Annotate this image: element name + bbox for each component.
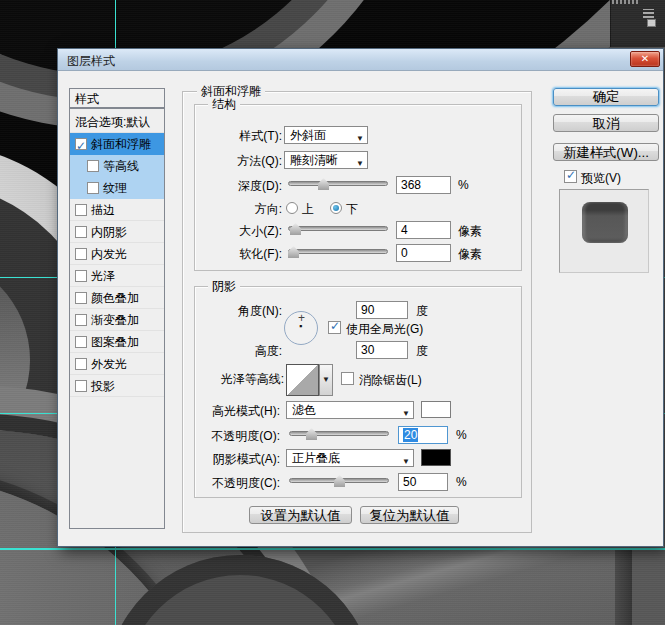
new-style-button[interactable]: 新建样式(W)... [553,143,659,161]
depth-slider-track[interactable] [288,181,388,186]
styles-item-contour[interactable]: 等高线 [70,155,164,177]
styles-item-gradient-overlay[interactable]: 渐变叠加 [70,309,164,331]
color-overlay-checkbox[interactable] [75,292,87,304]
shadow-opacity-input[interactable]: 50 [398,473,448,491]
depth-slider[interactable] [288,177,388,190]
shadow-mode-label: 阴影模式(A): [186,451,280,468]
styles-item-label: 投影 [91,379,115,393]
layer-style-dialog: 图层样式 ✕ 样式 混合选项:默认 ✓斜面和浮雕 等高线 纹理 描边 内阴影 内… [57,48,664,547]
horizontal-guide-3[interactable] [0,548,665,550]
reset-default-button[interactable]: 复位为默认值 [360,506,459,524]
pattern-overlay-checkbox[interactable] [75,336,87,348]
styles-item-label: 描边 [91,203,115,217]
gloss-contour-thumbnail[interactable] [286,364,319,396]
contour-checkbox[interactable] [87,160,99,172]
preview-checkbox[interactable]: ✓ [564,170,577,183]
drop-shadow-checkbox[interactable] [75,380,87,392]
angle-unit: 度 [416,303,428,320]
angle-dial[interactable]: + ▪ [284,311,318,345]
shadow-mode-dropdown[interactable]: 正片叠底 ▼ [286,449,414,467]
check-icon: ✓ [76,135,86,157]
altitude-input[interactable]: 30 [356,341,408,359]
shadow-color-swatch[interactable] [421,449,451,466]
styles-item-label: 纹理 [103,181,127,195]
styles-item-blending-options[interactable]: 混合选项:默认 [70,111,164,133]
ok-button[interactable]: 确定 [553,88,659,106]
soften-slider-thumb[interactable] [288,246,299,258]
styles-item-color-overlay[interactable]: 颜色叠加 [70,287,164,309]
dialog-titlebar[interactable]: 图层样式 ✕ [58,49,663,71]
highlight-opacity-label: 不透明度(O): [186,428,280,445]
highlight-mode-dropdown[interactable]: 滤色 ▼ [286,401,414,419]
highlight-color-swatch[interactable] [421,401,451,418]
texture-checkbox[interactable] [87,182,99,194]
soften-value: 0 [401,246,408,260]
anti-alias-checkbox[interactable] [341,372,354,385]
direction-label: 方向: [188,201,282,218]
cancel-button[interactable]: 取消 [553,114,659,132]
gloss-contour-arrow[interactable]: ▼ [319,364,333,396]
bevel-emboss-checkbox[interactable]: ✓ [75,138,87,150]
soften-input[interactable]: 0 [396,244,451,262]
size-slider-thumb[interactable] [290,223,301,235]
shading-group-title: 阴影 [208,279,240,293]
highlight-opacity-slider[interactable] [289,427,389,440]
make-default-button[interactable]: 设置为默认值 [249,506,352,524]
photoshop-canvas-screen: 图层样式 ✕ 样式 混合选项:默认 ✓斜面和浮雕 等高线 纹理 描边 内阴影 内… [0,0,665,625]
soften-slider-track[interactable] [288,249,388,254]
highlight-opacity-track[interactable] [289,431,389,436]
styles-item-texture[interactable]: 纹理 [70,177,164,199]
inner-glow-checkbox[interactable] [75,248,87,260]
styles-item-outer-glow[interactable]: 外发光 [70,353,164,375]
depth-unit: % [458,178,469,192]
shadow-opacity-slider[interactable] [289,474,389,487]
size-label: 大小(Z): [188,223,282,240]
styles-item-label: 光泽 [91,269,115,283]
styles-item-bevel-emboss[interactable]: ✓斜面和浮雕 [70,133,164,155]
styles-item-drop-shadow[interactable]: 投影 [70,375,164,397]
highlight-opacity-input[interactable]: 20 [398,426,448,444]
gradient-overlay-checkbox[interactable] [75,314,87,326]
styles-item-label: 内发光 [91,247,127,261]
dropdown-arrow-icon: ▼ [402,454,410,470]
styles-item-inner-shadow[interactable]: 内阴影 [70,221,164,243]
dialog-body: 样式 混合选项:默认 ✓斜面和浮雕 等高线 纹理 描边 内阴影 内发光 光泽 颜… [58,71,663,546]
gloss-contour-label: 光泽等高线: [188,371,284,388]
direction-up-radio[interactable] [286,202,298,214]
styles-list: 混合选项:默认 ✓斜面和浮雕 等高线 纹理 描边 内阴影 内发光 光泽 颜色叠加… [69,108,165,529]
size-slider-track[interactable] [288,226,388,231]
styles-item-stroke[interactable]: 描边 [70,199,164,221]
size-unit: 像素 [458,223,482,240]
anti-alias-label: 消除锯齿(L) [359,372,422,389]
angle-value: 90 [361,303,374,317]
stroke-checkbox[interactable] [75,204,87,216]
size-slider[interactable] [288,222,388,235]
outer-glow-checkbox[interactable] [75,358,87,370]
shadow-opacity-thumb[interactable] [334,475,345,487]
depth-input[interactable]: 368 [396,176,451,194]
size-input[interactable]: 4 [396,221,451,239]
close-button[interactable]: ✕ [630,51,660,67]
shadow-mode-value: 正片叠底 [292,451,340,465]
angle-input[interactable]: 90 [356,301,408,319]
style-label: 样式(T): [188,128,282,145]
satin-checkbox[interactable] [75,270,87,282]
soften-label: 软化(F): [188,246,282,263]
direction-down-label: 下 [346,201,358,218]
styles-item-pattern-overlay[interactable]: 图案叠加 [70,331,164,353]
angle-center-dot-icon: ▪ [299,321,302,331]
direction-down-radio[interactable] [330,202,342,214]
inner-shadow-checkbox[interactable] [75,226,87,238]
dropdown-arrow-icon: ▼ [322,375,330,384]
depth-label: 深度(D): [188,178,282,195]
styles-item-satin[interactable]: 光泽 [70,265,164,287]
style-dropdown[interactable]: 外斜面 ▼ [284,126,368,144]
use-global-light-label: 使用全局光(G) [346,321,423,338]
soften-slider[interactable] [288,245,388,258]
styles-item-label: 图案叠加 [91,335,139,349]
use-global-light-checkbox[interactable]: ✓ [328,321,341,334]
technique-dropdown[interactable]: 雕刻清晰 ▼ [284,151,368,169]
highlight-opacity-thumb[interactable] [306,428,317,440]
styles-item-inner-glow[interactable]: 内发光 [70,243,164,265]
depth-slider-thumb[interactable] [318,178,329,190]
